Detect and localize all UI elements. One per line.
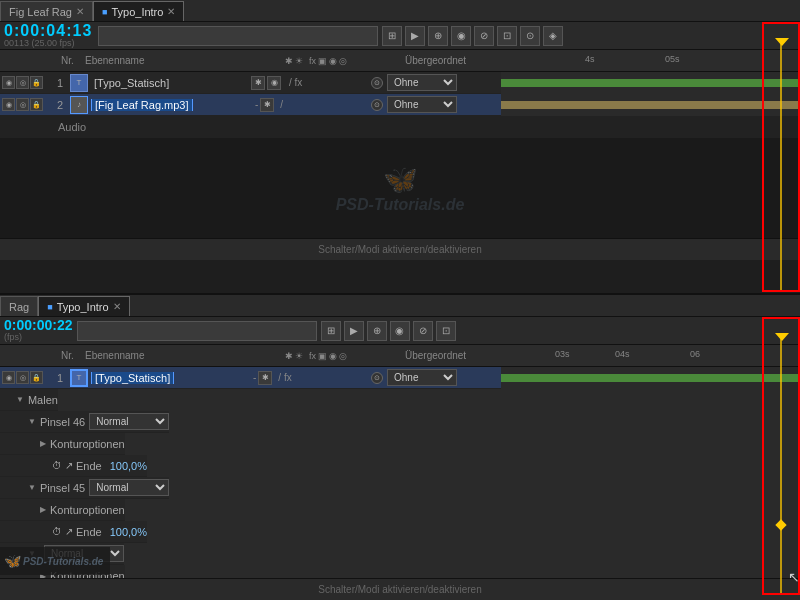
sub-normal-mode[interactable]: ▼ Normal [0, 543, 800, 565]
bottom-btn-2[interactable]: ▶ [344, 321, 364, 341]
kontur2-expand[interactable]: ▶ [40, 505, 46, 514]
layer1-name[interactable]: [Typo_Statisch] [91, 77, 251, 89]
bottom-tab-rag[interactable]: Rag [0, 296, 38, 316]
bl-parent: ⊙ Ohne [371, 369, 501, 386]
layer2-lock[interactable]: 🔒 [30, 98, 43, 111]
layer1-vis[interactable]: ◎ [16, 76, 29, 89]
col-parent-label: Übergeordnet [405, 55, 535, 66]
bottom-btn-4[interactable]: ◉ [390, 321, 410, 341]
toolbar-btn-6[interactable]: ⊡ [497, 26, 517, 46]
b-switch-4: ◉ [329, 351, 337, 361]
bottom-tab-typo[interactable]: ■ Typo_Intro ✕ [38, 296, 129, 316]
pinsel46-label: Pinsel 46 [40, 416, 85, 428]
top-panel: Fig Leaf Rag ✕ ■ Typo_Intro ✕ 0:00:04:13… [0, 0, 800, 295]
toolbar-btn-1[interactable]: ⊞ [382, 26, 402, 46]
bl-vis[interactable]: ◎ [16, 371, 29, 384]
top-tab-bar: Fig Leaf Rag ✕ ■ Typo_Intro ✕ [0, 0, 800, 22]
sub-ende1[interactable]: ⏱ ↗ Ende 100,0% [0, 455, 800, 477]
l1-sw2[interactable]: ◉ [267, 76, 281, 90]
layer2-name[interactable]: [Fig Leaf Rag.mp3] [91, 99, 251, 111]
preview-logo: 🦋 PSD-Tutorials.de [336, 163, 465, 214]
bl-lock[interactable]: 🔒 [30, 371, 43, 384]
malen-timeline [58, 389, 800, 411]
tab-fig-leaf[interactable]: Fig Leaf Rag ✕ [0, 1, 93, 21]
top-fps: 00113 (25.00 fps) [4, 39, 94, 49]
layer2-parent-circle: ⊙ [371, 99, 383, 111]
toolbar-btn-7[interactable]: ⊙ [520, 26, 540, 46]
bottom-btn-3[interactable]: ⊕ [367, 321, 387, 341]
layer1-solo[interactable]: ◉ [2, 76, 15, 89]
col-nr-label: Nr. [50, 55, 85, 66]
bottom-search-input[interactable] [77, 321, 317, 341]
layer2-timeline[interactable] [501, 94, 800, 116]
sub-pinsel46[interactable]: ▼ Pinsel 46 Normal Multiplizieren [0, 411, 800, 433]
toolbar-btn-5[interactable]: ⊘ [474, 26, 494, 46]
layer1-thumb: T [70, 74, 88, 92]
l2-slash: / [280, 99, 283, 110]
toolbar-btn-4[interactable]: ◉ [451, 26, 471, 46]
pinsel46-expand[interactable]: ▼ [28, 417, 36, 426]
layer2-parent: ⊙ Ohne [371, 96, 501, 113]
sub-kontur2[interactable]: ▶ Konturoptionen [0, 499, 800, 521]
toolbar-btn-3[interactable]: ⊕ [428, 26, 448, 46]
logo-text: PSD-Tutorials.de [336, 196, 465, 214]
layer1-switches: ✱ ◉ / fx [251, 76, 371, 90]
tab-typo-intro-label: Typo_Intro [111, 6, 163, 18]
layer-row-1[interactable]: ◉ ◎ 🔒 1 T [Typo_Statisch] ✱ ◉ / fx ⊙ Ohn… [0, 72, 800, 94]
pinsel45-expand[interactable]: ▼ [28, 483, 36, 492]
bottom-tab-typo-close[interactable]: ✕ [113, 301, 121, 312]
sub-malen[interactable]: ▼ Malen [0, 389, 800, 411]
malen-expand[interactable]: ▼ [16, 395, 24, 404]
sub-kontur1[interactable]: ▶ Konturoptionen [0, 433, 800, 455]
layer1-lock[interactable]: 🔒 [30, 76, 43, 89]
tab-typo-intro-close[interactable]: ✕ [167, 6, 175, 17]
bottom-fps: (fps) [4, 333, 73, 343]
bottom-btn-6[interactable]: ⊡ [436, 321, 456, 341]
ende2-label: Ende [76, 526, 102, 538]
bl-sw1[interactable]: ✱ [258, 371, 272, 385]
l2-sw1[interactable]: ✱ [260, 98, 274, 112]
layer1-parent-select[interactable]: Ohne [387, 74, 457, 91]
sub-ende2[interactable]: ⏱ ↗ Ende 100,0% [0, 521, 800, 543]
sub-pinsel45[interactable]: ▼ Pinsel 45 Normal Multiplizieren [0, 477, 800, 499]
layer2-parent-select[interactable]: Ohne [387, 96, 457, 113]
bottom-col-parent: Übergeordnet [405, 350, 535, 361]
top-status-text: Schalter/Modi aktivieren/deaktivieren [318, 244, 481, 255]
bottom-tab-rag-label: Rag [9, 301, 29, 313]
ende1-timeline[interactable] [147, 455, 800, 477]
kontur1-expand[interactable]: ▶ [40, 439, 46, 448]
top-search-input[interactable] [98, 26, 378, 46]
toolbar-btn-2[interactable]: ▶ [405, 26, 425, 46]
bottom-btn-5[interactable]: ⊘ [413, 321, 433, 341]
layer2-solo[interactable]: ◉ [2, 98, 15, 111]
layer-row-2[interactable]: ◉ ◎ 🔒 2 ♪ [Fig Leaf Rag.mp3] - ✱ / ⊙ Ohn… [0, 94, 800, 116]
bottom-tab-bar: Rag ■ Typo_Intro ✕ [0, 295, 800, 317]
tab-typo-intro[interactable]: ■ Typo_Intro ✕ [93, 1, 184, 21]
stopwatch1-icon: ⏱ [52, 460, 62, 471]
bl-name-cell[interactable]: [Typo_Statisch] [91, 372, 251, 384]
bottom-main-layer[interactable]: ◉ ◎ 🔒 1 T [Typo_Statisch] - ✱ / fx ⊙ Ohn… [0, 367, 800, 389]
bottom-timecode[interactable]: 0:00:00:22 [4, 318, 73, 333]
bl-parent-circle: ⊙ [371, 372, 383, 384]
pinsel46-timeline [169, 411, 800, 433]
ende2-timeline[interactable] [147, 521, 800, 543]
bl-bar [501, 374, 800, 382]
toolbar-btn-8[interactable]: ◈ [543, 26, 563, 46]
tab-fig-leaf-close[interactable]: ✕ [76, 6, 84, 17]
ruler-mark-5s: 05s [665, 54, 680, 64]
bl-parent-select[interactable]: Ohne [387, 369, 457, 386]
pinsel45-timeline [169, 477, 800, 499]
l1-sw1[interactable]: ✱ [251, 76, 265, 90]
bottom-btn-1[interactable]: ⊞ [321, 321, 341, 341]
b-ruler-04s: 04s [615, 349, 630, 359]
bl-timeline[interactable] [501, 367, 800, 389]
bl-solo[interactable]: ◉ [2, 371, 15, 384]
pinsel45-mode[interactable]: Normal Multiplizieren [89, 479, 169, 496]
bl-fx: / fx [278, 372, 291, 383]
top-timecode[interactable]: 0:00:04:13 [4, 22, 94, 40]
layer2-vis[interactable]: ◎ [16, 98, 29, 111]
bottom-playhead-marker [775, 333, 789, 341]
pinsel46-mode[interactable]: Normal Multiplizieren [89, 413, 169, 430]
layer1-timeline[interactable] [501, 72, 800, 94]
tab-fig-leaf-label: Fig Leaf Rag [9, 6, 72, 18]
